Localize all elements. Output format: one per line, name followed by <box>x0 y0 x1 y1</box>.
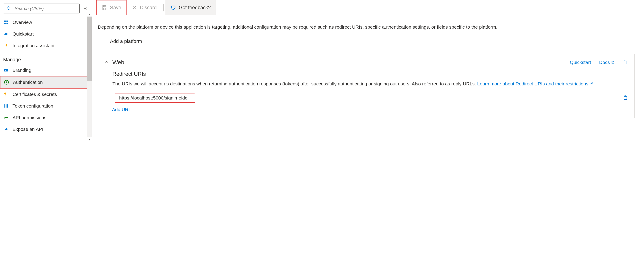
add-platform-label: Add a platform <box>110 38 142 44</box>
sidebar-item-quickstart[interactable]: Quickstart <box>0 28 92 40</box>
sidebar-item-branding[interactable]: Branding <box>0 64 92 76</box>
sidebar-item-certificates[interactable]: Certificates & secrets <box>0 88 92 100</box>
sidebar-item-label: Branding <box>12 68 31 73</box>
svg-rect-20 <box>104 8 106 10</box>
collapse-card-button[interactable] <box>104 60 109 65</box>
svg-point-18 <box>7 129 8 130</box>
docs-link[interactable]: Docs <box>599 60 615 65</box>
svg-rect-11 <box>6 94 6 96</box>
branding-icon <box>3 67 9 73</box>
quickstart-link[interactable]: Quickstart <box>570 60 591 65</box>
learn-more-redirect-link[interactable]: Learn more about Redirect URIs and their… <box>477 80 593 88</box>
quickstart-icon <box>3 31 9 37</box>
svg-point-17 <box>6 128 7 129</box>
search-box[interactable] <box>3 4 80 14</box>
svg-rect-26 <box>624 61 627 64</box>
svg-rect-19 <box>104 5 106 6</box>
svg-point-6 <box>6 45 6 46</box>
svg-line-1 <box>10 9 11 10</box>
key-icon <box>3 92 9 97</box>
sidebar-item-integration[interactable]: Integration assistant <box>0 40 92 52</box>
sidebar-item-label: Token configuration <box>12 103 53 109</box>
feedback-button[interactable]: Got feedback? <box>166 0 216 15</box>
discard-button[interactable]: Discard <box>126 0 162 15</box>
svg-rect-12 <box>4 104 5 108</box>
platform-card-web: Web Quickstart Docs <box>98 54 634 118</box>
svg-point-9 <box>4 80 8 84</box>
sidebar-item-authentication[interactable]: Authentication <box>0 76 92 88</box>
sidebar-item-expose-api[interactable]: Expose an API <box>0 124 92 135</box>
sidebar-item-label: Integration assistant <box>12 43 54 48</box>
plus-icon <box>100 38 106 45</box>
sidebar-item-token-config[interactable]: Token configuration <box>0 100 92 112</box>
save-label: Save <box>110 5 121 10</box>
api-permissions-icon <box>3 115 9 120</box>
svg-rect-4 <box>4 23 6 24</box>
sidebar-item-label: Expose an API <box>12 126 43 132</box>
collapse-sidebar-button[interactable] <box>82 5 88 12</box>
sidebar-item-overview[interactable]: Overview <box>0 16 92 28</box>
delete-uri-button[interactable] <box>623 95 628 101</box>
svg-rect-2 <box>4 20 6 22</box>
svg-point-15 <box>4 117 6 118</box>
svg-rect-8 <box>5 70 6 71</box>
feedback-label: Got feedback? <box>179 5 211 10</box>
svg-rect-5 <box>6 23 8 24</box>
save-button[interactable]: Save <box>96 0 126 15</box>
sidebar-item-label: Certificates & secrets <box>12 92 57 97</box>
scrollbar-up-arrow[interactable]: ▲ <box>87 12 92 16</box>
docs-link-label: Docs <box>599 60 610 65</box>
svg-line-30 <box>591 82 592 84</box>
delete-platform-button[interactable] <box>623 59 628 66</box>
sidebar-item-label: Overview <box>12 20 32 25</box>
external-link-icon <box>590 80 593 88</box>
sidebar-item-api-permissions[interactable]: API permissions <box>0 112 92 124</box>
scrollbar[interactable]: ▲ ▼ <box>87 16 92 137</box>
sidebar-item-label: API permissions <box>12 115 46 120</box>
discard-label: Discard <box>140 5 157 10</box>
rocket-icon <box>3 43 9 48</box>
scrollbar-down-arrow[interactable]: ▼ <box>87 137 92 142</box>
add-platform-button[interactable]: Add a platform <box>100 38 634 45</box>
section-header-manage: Manage <box>0 52 92 64</box>
add-uri-button[interactable]: Add URI <box>112 107 628 112</box>
sidebar-item-label: Authentication <box>13 80 43 85</box>
svg-rect-3 <box>6 20 8 22</box>
redirect-uris-heading: Redirect URIs <box>112 71 628 77</box>
platform-description: Depending on the platform or device this… <box>98 24 634 31</box>
redirect-uri-input[interactable]: https://localhost:5000/signin-oidc <box>115 93 195 103</box>
overview-icon <box>3 20 9 25</box>
search-input[interactable] <box>14 6 77 12</box>
svg-rect-14 <box>7 104 8 108</box>
svg-point-0 <box>7 7 10 10</box>
heart-icon <box>170 5 176 10</box>
external-link-icon <box>611 60 615 65</box>
svg-rect-31 <box>624 96 627 100</box>
search-icon <box>6 6 12 12</box>
token-icon <box>3 103 9 109</box>
save-icon <box>102 5 107 10</box>
main-content: Save Discard Got feedback? Depending on … <box>92 0 644 256</box>
close-icon <box>132 5 137 10</box>
toolbar: Save Discard Got feedback? <box>92 0 644 15</box>
toolbar-separator <box>164 4 164 12</box>
svg-line-25 <box>613 61 614 62</box>
sidebar: ▲ ▼ Overview Quickstart Integr <box>0 0 92 256</box>
svg-rect-13 <box>6 104 6 108</box>
expose-api-icon <box>3 126 9 132</box>
redirect-uris-description: The URIs we will accept as destinations … <box>112 80 628 88</box>
card-title: Web <box>112 59 124 66</box>
sidebar-item-label: Quickstart <box>12 31 34 37</box>
scrollbar-thumb[interactable] <box>87 16 92 82</box>
authentication-icon <box>4 79 10 85</box>
